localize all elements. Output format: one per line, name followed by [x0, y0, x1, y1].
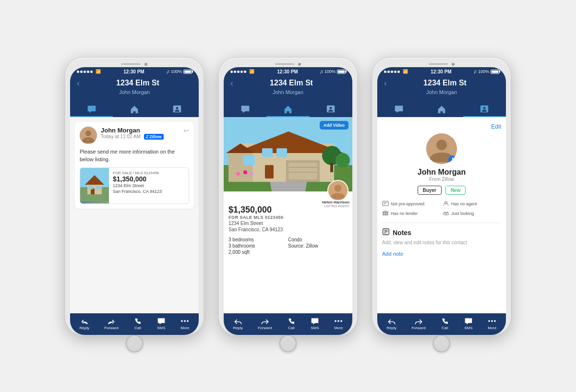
- battery-icon-1: [183, 70, 192, 74]
- home-button-3[interactable]: [433, 335, 450, 352]
- svg-rect-29: [276, 148, 287, 157]
- svg-point-1: [176, 107, 179, 109]
- listing-info-1: FOR SALE / MLS 0123456 $1,350,000 1234 E…: [109, 168, 189, 203]
- forward-button-3[interactable]: Forward: [411, 317, 425, 330]
- forward-button-2[interactable]: Forward: [258, 317, 272, 330]
- header-subtitle-3: John Morgan: [384, 89, 499, 95]
- edit-link-3[interactable]: Edit: [491, 123, 501, 130]
- listing-label-1: FOR SALE / MLS 0123456: [113, 171, 185, 175]
- tab-chat-1[interactable]: [70, 101, 113, 117]
- more-button-2[interactable]: More: [334, 317, 343, 330]
- forward-button-1[interactable]: Forward: [104, 317, 118, 330]
- home-button-1[interactable]: [126, 335, 143, 352]
- svg-point-15: [330, 107, 332, 109]
- call-button-1[interactable]: Call: [133, 317, 142, 330]
- add-video-button-2[interactable]: Add Video: [320, 121, 348, 130]
- tab-home-3[interactable]: [420, 101, 463, 117]
- svg-rect-10: [96, 186, 100, 190]
- msg-time-1: Today at 11:02 AM Z Zillow: [101, 134, 180, 140]
- speaker-1: [121, 63, 141, 65]
- preapproval-icon-3: [382, 201, 389, 207]
- prop-preapproval-3: Not pre-approved: [382, 201, 441, 207]
- svg-rect-32: [330, 163, 333, 172]
- tab-contact-3[interactable]: [463, 101, 506, 117]
- tab-home-1[interactable]: [113, 101, 156, 117]
- svg-rect-52: [385, 212, 386, 214]
- call-button-3[interactable]: Call: [441, 317, 449, 330]
- reply-button-1[interactable]: Reply: [80, 317, 89, 330]
- more-button-1[interactable]: More: [180, 317, 189, 330]
- sms-button-3[interactable]: SMS: [464, 317, 473, 330]
- reply-button-2[interactable]: Reply: [233, 317, 243, 330]
- msg-header-1: John Morgan Today at 11:02 AM Z Zillow ↩: [80, 127, 189, 144]
- battery-area-2: 𝛽 100%: [321, 69, 346, 74]
- zillow-badge-1: Z Zillow: [144, 134, 164, 140]
- reply-button-3[interactable]: Reply: [387, 317, 396, 330]
- content-1: John Morgan Today at 11:02 AM Z Zillow ↩: [70, 117, 199, 313]
- header-title-1: 1234 Elm St: [84, 79, 192, 87]
- tab-chat-2[interactable]: [224, 101, 266, 117]
- tab-nav-1: [70, 100, 199, 117]
- speaker-3: [429, 63, 448, 65]
- call-button-2[interactable]: Call: [287, 317, 296, 330]
- time-3: 12:30 PM: [431, 69, 451, 74]
- svg-rect-24: [288, 163, 317, 179]
- buyer-tag-3[interactable]: Buyer: [418, 186, 442, 195]
- svg-point-56: [445, 213, 447, 214]
- msg-meta-1: John Morgan Today at 11:02 AM Z Zillow: [101, 127, 180, 140]
- prop-beds-2: 3 bedrooms: [228, 237, 288, 242]
- bottom-bar-3: Reply Forward Call SMS More: [377, 313, 506, 335]
- notes-section-3: Notes Add, view and edit notes for this …: [382, 223, 501, 258]
- home-button-2[interactable]: [279, 335, 297, 352]
- back-button-3[interactable]: ‹: [384, 78, 387, 88]
- battery-icon-2: [337, 70, 346, 74]
- svg-point-12: [184, 320, 186, 322]
- tab-contact-2[interactable]: [310, 101, 352, 117]
- tab-home-2[interactable]: [266, 101, 309, 117]
- sms-button-1[interactable]: SMS: [157, 317, 166, 330]
- add-note-link-3[interactable]: Add note: [382, 251, 403, 257]
- app-header-2: ‹ 1234 Elm St John Morgan: [224, 75, 352, 100]
- svg-point-38: [335, 185, 342, 192]
- back-button-1[interactable]: ‹: [77, 78, 80, 88]
- sms-button-2[interactable]: SMS: [311, 317, 319, 330]
- phone-2: 📶 12:30 PM 𝛽 100% ‹ 1234 Elm St John Mor…: [218, 57, 358, 335]
- message-content-1: John Morgan Today at 11:02 AM Z Zillow ↩: [70, 117, 199, 313]
- bottom-bar-2: Reply Forward Call SMS More: [224, 313, 352, 335]
- header-top-1: ‹ 1234 Elm St: [77, 78, 192, 88]
- status-bar-2: 📶 12:30 PM 𝛽 100%: [224, 67, 352, 75]
- svg-point-41: [340, 320, 342, 322]
- time-1: 12:30 PM: [123, 69, 144, 74]
- tab-contact-1[interactable]: [156, 101, 199, 117]
- home-button-area-2: [224, 335, 352, 344]
- header-title-3: 1234 Elm St: [391, 79, 499, 87]
- tab-chat-3[interactable]: [377, 101, 420, 117]
- intent-icon-3: [443, 210, 449, 217]
- svg-point-33: [336, 153, 350, 167]
- new-tag-3[interactable]: New: [445, 186, 466, 195]
- home-button-area-3: [377, 335, 506, 344]
- camera-1: [144, 63, 147, 66]
- prop-lender-3: Has no lender: [382, 210, 441, 217]
- camera-3: [452, 63, 455, 66]
- wifi-icon-3: 📶: [403, 69, 408, 74]
- notes-title-3: Notes: [393, 229, 411, 237]
- svg-line-57: [444, 211, 444, 212]
- contact-avatar-3: f: [426, 133, 457, 164]
- svg-rect-9: [89, 186, 93, 190]
- more-button-3[interactable]: More: [488, 317, 496, 330]
- phone-3: 📶 12:30 PM 𝛽 100% ‹ 1234 Elm St John Mor…: [372, 57, 511, 335]
- contact-header-3: Edit: [382, 122, 501, 131]
- svg-rect-51: [383, 212, 384, 214]
- status-bar-3: 📶 12:30 PM 𝛽 100%: [377, 67, 506, 75]
- bluetooth-icon-1: 𝛽: [167, 69, 169, 74]
- svg-point-55: [443, 212, 448, 215]
- listing-card-1: FOR SALE / MLS 0123456 $1,350,000 1234 E…: [80, 167, 189, 204]
- svg-point-39: [335, 320, 336, 322]
- listing-thumbnail-1: [80, 168, 109, 203]
- svg-rect-53: [387, 212, 388, 214]
- signal-dots: [77, 71, 93, 73]
- back-button-2[interactable]: ‹: [230, 78, 233, 88]
- phone-1: 📶 12:30 PM 𝛽 100% ‹ 1234 Elm St John Mor…: [65, 57, 204, 335]
- content-3: Edit f John Morgan From Zillow Buyer New: [377, 117, 506, 313]
